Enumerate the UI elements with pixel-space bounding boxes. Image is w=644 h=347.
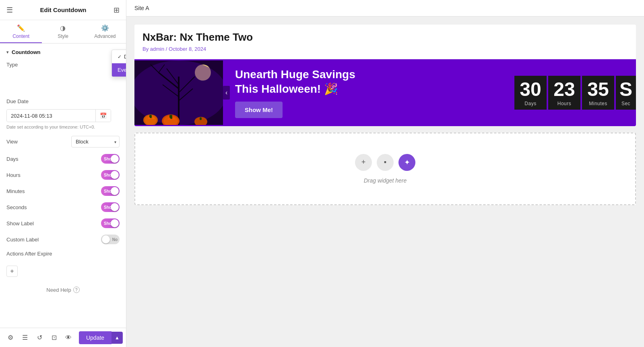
widget-drop-area: + ▪ ✦ Drag widget here <box>134 133 636 205</box>
custom-label-toggle-label: No <box>112 237 118 242</box>
actions-label-row: Actions After Expire <box>0 247 126 260</box>
days-toggle-knob <box>111 155 119 163</box>
left-panel: ☰ Edit Countdown ⊞ ✏️ Content ◑ Style ⚙️… <box>0 0 126 347</box>
add-widget-btn[interactable]: + <box>355 154 372 171</box>
tab-style[interactable]: ◑ Style <box>42 20 84 43</box>
tab-advanced[interactable]: ⚙️ Advanced <box>84 20 126 43</box>
site-bar: Site A <box>126 0 644 17</box>
seconds-label: Seconds <box>6 204 27 210</box>
need-help: Need Help ? <box>0 280 126 299</box>
hours-toggle[interactable]: Show <box>101 170 120 180</box>
due-date-row: Due Date <box>0 95 126 108</box>
update-arrow-btn[interactable]: ▲ <box>111 332 123 344</box>
due-date-label: Due Date <box>6 98 29 104</box>
seconds-toggle-track[interactable]: Show <box>101 202 120 212</box>
show-label-toggle[interactable]: Show <box>101 218 120 228</box>
magic-widget-btn[interactable]: ✦ <box>398 154 415 171</box>
countdown-hours-label: Hours <box>557 101 572 106</box>
add-action-btn[interactable]: + <box>6 266 18 277</box>
days-row: Days Show <box>0 151 126 167</box>
right-panel: Site A NxBar: Nx Theme Two By admin / Oc… <box>126 0 644 347</box>
halloween-banner: Unearth Huge SavingsThis Halloween! 🎉 Sh… <box>134 59 636 126</box>
custom-label-toggle-knob <box>102 235 110 243</box>
panel-title: Edit Countdown <box>40 6 87 13</box>
banner-left-arrow[interactable]: ‹ <box>223 86 230 100</box>
hamburger-icon[interactable]: ☰ <box>6 6 13 15</box>
countdown-hours-number: 23 <box>553 80 575 99</box>
content-area: NxBar: Nx Theme Two By admin / October 8… <box>126 17 644 347</box>
minutes-label: Minutes <box>6 188 25 194</box>
hours-row: Hours Show <box>0 167 126 183</box>
hours-label: Hours <box>6 172 21 178</box>
show-label-toggle-knob <box>111 219 119 227</box>
countdown-days-number: 30 <box>520 80 541 99</box>
minutes-row: Minutes Show <box>0 183 126 199</box>
days-toggle-track[interactable]: Show <box>101 154 120 164</box>
dropdown-item-evergreen[interactable]: Evergreen Timer <box>112 63 126 77</box>
drag-text: Drag widget here <box>364 177 407 184</box>
countdown-minutes-label: Minutes <box>589 101 607 106</box>
countdown-seconds-number: S <box>619 80 632 99</box>
dropdown-item-due-date[interactable]: ✓ Due Date <box>112 50 126 63</box>
countdown-boxes: 30 Days 23 Hours 35 Minutes S Sec <box>514 76 636 110</box>
countdown-seconds-label: Sec <box>621 101 630 106</box>
post-card: NxBar: Nx Theme Two By admin / October 8… <box>134 25 636 126</box>
banner-text-area: Unearth Huge SavingsThis Halloween! 🎉 Sh… <box>223 59 514 126</box>
tab-content[interactable]: ✏️ Content <box>0 20 42 43</box>
banner-image <box>134 60 223 125</box>
responsive-icon-btn[interactable]: ⊡ <box>47 330 61 345</box>
banner-heading: Unearth Huge SavingsThis Halloween! 🎉 <box>235 67 355 97</box>
countdown-days-label: Days <box>524 101 536 106</box>
site-title: Site A <box>134 5 149 11</box>
seconds-toggle[interactable]: Show <box>101 202 120 212</box>
history-icon-btn[interactable]: ↺ <box>32 330 47 345</box>
folder-widget-btn[interactable]: ▪ <box>377 154 394 171</box>
countdown-minutes-number: 35 <box>587 80 609 99</box>
collapse-arrow: ▾ <box>6 50 8 54</box>
date-input-wrapper: 📅 <box>6 109 111 122</box>
custom-label-toggle[interactable]: No <box>101 235 120 244</box>
calendar-icon-btn[interactable]: 📅 <box>95 110 111 122</box>
panel-header: ☰ Edit Countdown ⊞ <box>0 0 126 20</box>
show-label-row: Show Label Show <box>0 215 126 231</box>
days-label: Days <box>6 156 19 162</box>
hours-toggle-track[interactable]: Show <box>101 170 120 180</box>
actions-label: Actions After Expire <box>6 251 52 257</box>
help-icon[interactable]: ? <box>73 287 80 293</box>
panel-tabs: ✏️ Content ◑ Style ⚙️ Advanced <box>0 20 126 44</box>
date-input[interactable] <box>7 110 95 122</box>
post-title-bar: NxBar: Nx Theme Two By admin / October 8… <box>134 25 636 59</box>
bottom-toolbar: ⚙ ☰ ↺ ⊡ 👁 Update ▲ <box>0 328 126 347</box>
days-toggle[interactable]: Show <box>101 154 120 164</box>
widget-icons-row: + ▪ ✦ <box>355 154 415 171</box>
update-button[interactable]: Update <box>79 331 111 344</box>
preview-icon-btn[interactable]: 👁 <box>61 330 76 345</box>
view-select[interactable]: Block Inline <box>71 136 120 148</box>
minutes-toggle-track[interactable]: Show <box>101 186 120 196</box>
countdown-box-minutes: 35 Minutes <box>582 76 614 110</box>
tree-svg <box>134 60 223 125</box>
section-countdown[interactable]: ▾ Countdown <box>0 44 126 59</box>
type-dropdown[interactable]: ✓ Due Date Evergreen Timer <box>111 50 126 77</box>
view-select-wrapper: Block Inline ▾ <box>71 136 120 148</box>
minutes-toggle[interactable]: Show <box>101 186 120 196</box>
check-icon: ✓ <box>118 54 122 60</box>
hours-toggle-knob <box>111 171 119 179</box>
show-label-toggle-track[interactable]: Show <box>101 218 120 228</box>
seconds-row: Seconds Show <box>0 199 126 215</box>
advanced-icon: ⚙️ <box>101 24 109 32</box>
post-meta: By admin / October 8, 2024 <box>142 46 628 52</box>
layers-icon-btn[interactable]: ☰ <box>18 330 32 345</box>
panel-body: ▾ Countdown Type ✓ Due Date Evergreen Ti… <box>0 44 126 328</box>
custom-label-toggle-track[interactable]: No <box>101 235 120 244</box>
type-label: Type <box>6 62 18 68</box>
minutes-toggle-knob <box>111 187 119 195</box>
settings-icon-btn[interactable]: ⚙ <box>3 330 18 345</box>
svg-rect-22 <box>200 117 202 120</box>
custom-label-row: Custom Label No <box>0 231 126 247</box>
countdown-box-days: 30 Days <box>514 76 547 110</box>
show-me-button[interactable]: Show Me! <box>235 102 283 118</box>
actions-row: + <box>0 260 126 280</box>
grid-icon[interactable]: ⊞ <box>114 6 120 15</box>
style-icon: ◑ <box>60 24 66 32</box>
